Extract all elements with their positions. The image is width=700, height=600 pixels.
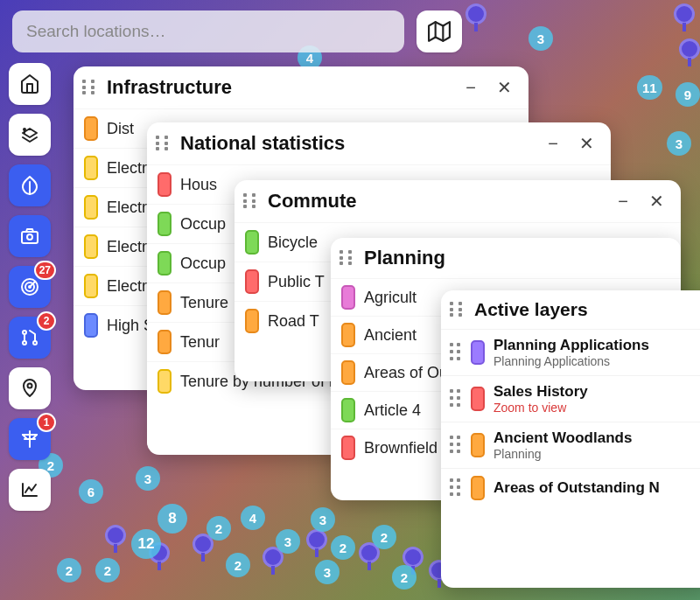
git-icon [19, 327, 40, 348]
color-chip [84, 274, 98, 298]
color-chip [84, 156, 98, 180]
cluster-bubble[interactable]: 3 [528, 26, 553, 51]
svg-point-15 [28, 384, 32, 388]
cluster-bubble[interactable]: 8 [158, 504, 187, 534]
tool-layers[interactable] [9, 114, 51, 156]
color-chip [341, 398, 355, 422]
close-button[interactable]: ✕ [574, 131, 598, 156]
color-chip [471, 340, 485, 365]
tool-radar[interactable]: 27 [9, 266, 51, 308]
cluster-bubble[interactable]: 12 [131, 529, 161, 559]
drag-handle[interactable] [450, 343, 462, 362]
cluster-bubble[interactable]: 2 [392, 565, 416, 590]
color-chip [341, 285, 355, 310]
color-chip [158, 251, 172, 276]
tool-pin[interactable] [9, 367, 51, 409]
cluster-bubble[interactable]: 2 [226, 553, 250, 577]
drag-handle[interactable] [450, 478, 462, 498]
minimize-button[interactable]: − [541, 131, 565, 156]
layers-icon [19, 124, 40, 145]
panel-title: National statistics [180, 132, 532, 155]
layer-label: Bicycle [268, 234, 318, 252]
layer-label: Dist [107, 120, 134, 138]
cluster-bubble[interactable]: 3 [311, 507, 335, 532]
tool-chart[interactable] [9, 469, 51, 511]
leaf-icon [19, 175, 40, 196]
active-layer-row[interactable]: Planning ApplicationsPlanning Applicatio… [441, 329, 700, 375]
tool-leaf[interactable] [9, 164, 51, 206]
active-layer-sub: Planning [494, 447, 632, 461]
pin-icon [19, 378, 40, 399]
tool-camera[interactable] [9, 215, 51, 257]
pylon-icon [19, 429, 40, 450]
cluster-bubble[interactable]: 2 [372, 525, 396, 549]
close-button[interactable]: ✕ [492, 75, 516, 100]
home-icon [19, 73, 40, 94]
badge-count: 2 [37, 311, 56, 331]
active-layer-row[interactable]: Ancient WoodlandsPlanning [441, 422, 700, 468]
color-chip [158, 212, 172, 236]
color-chip [471, 387, 485, 411]
color-chip [471, 433, 485, 457]
cluster-bubble[interactable]: 2 [57, 558, 81, 583]
drag-handle[interactable] [450, 302, 466, 317]
badge-count: 27 [34, 261, 56, 280]
cluster-bubble[interactable]: 3 [276, 529, 300, 554]
color-chip [341, 323, 355, 347]
layer-label: Occup [180, 215, 226, 234]
search-input[interactable] [26, 22, 390, 41]
layer-label: Road T [268, 312, 319, 331]
left-toolbar: 27 2 1 [9, 63, 51, 511]
map-style-button[interactable] [416, 10, 462, 52]
map-icon [428, 20, 451, 43]
active-layer-name: Sales History [494, 383, 588, 401]
active-layer-row[interactable]: Sales HistoryZoom to view [441, 375, 700, 422]
color-chip [341, 436, 355, 460]
active-layer-sub: Zoom to view [494, 401, 588, 415]
cluster-bubble[interactable]: 2 [95, 558, 120, 583]
layer-label: Hous [180, 176, 217, 194]
cluster-bubble[interactable]: 6 [79, 479, 103, 504]
svg-marker-0 [429, 22, 450, 41]
drag-handle[interactable] [156, 136, 172, 151]
panel-title: Active layers [474, 299, 700, 320]
active-layer-name: Ancient Woodlands [494, 429, 632, 447]
active-layer-name: Areas of Outstanding N [494, 479, 660, 497]
drag-handle[interactable] [243, 193, 259, 209]
cluster-bubble[interactable]: 3 [315, 560, 340, 584]
color-chip [245, 309, 259, 333]
svg-point-7 [27, 234, 32, 240]
drag-handle[interactable] [450, 389, 462, 408]
drag-handle[interactable] [450, 436, 462, 455]
layer-label: Public T [268, 273, 325, 291]
color-chip [84, 195, 98, 220]
color-chip [471, 476, 485, 500]
color-chip [158, 369, 172, 394]
tool-git[interactable]: 2 [9, 317, 51, 359]
close-button[interactable]: ✕ [644, 189, 668, 213]
color-chip [245, 230, 259, 255]
cluster-bubble[interactable]: 2 [206, 516, 231, 541]
layer-label: Tenur [180, 333, 220, 352]
drag-handle[interactable] [340, 250, 355, 266]
cluster-bubble[interactable]: 2 [331, 535, 355, 560]
cluster-bubble[interactable]: 3 [667, 131, 691, 156]
svg-rect-6 [22, 232, 38, 243]
color-chip [245, 269, 259, 294]
minimize-button[interactable]: − [458, 75, 483, 100]
tool-home[interactable] [9, 63, 51, 105]
active-layer-row[interactable]: Areas of Outstanding N [441, 468, 700, 507]
panel-title: Planning [364, 247, 668, 269]
tool-pylon[interactable]: 1 [9, 418, 51, 460]
cluster-bubble[interactable]: 9 [676, 82, 700, 107]
drag-handle[interactable] [82, 80, 98, 95]
minimize-button[interactable]: − [611, 189, 635, 213]
layer-label: Article 4 [364, 401, 421, 420]
panel-title: Infrastructure [107, 76, 450, 99]
cluster-bubble[interactable]: 11 [637, 75, 662, 100]
layer-label: Agricult [364, 289, 416, 307]
cluster-bubble[interactable]: 4 [241, 506, 265, 530]
cluster-bubble[interactable]: 3 [136, 466, 160, 491]
active-layer-name: Planning Applications [494, 337, 649, 354]
search-bar[interactable] [12, 10, 404, 52]
